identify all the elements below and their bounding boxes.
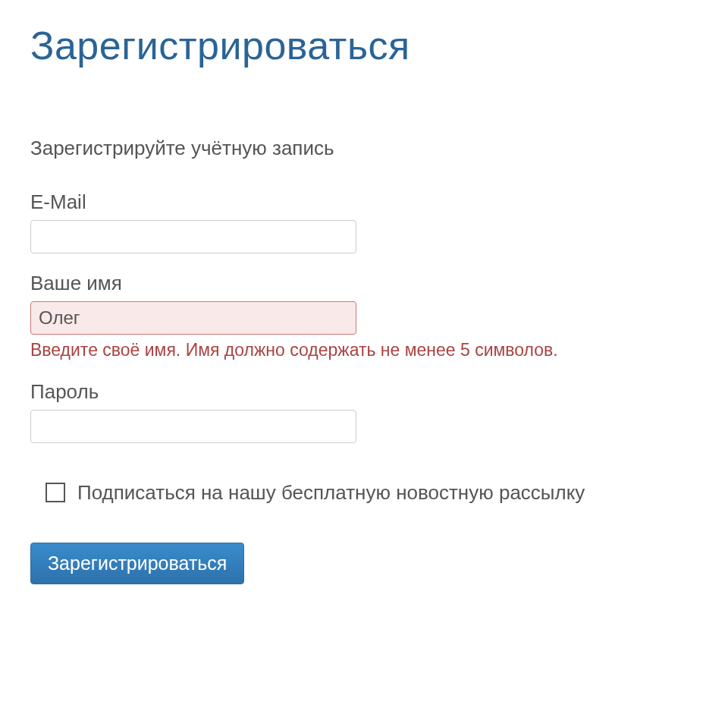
password-field[interactable] [30, 410, 356, 443]
newsletter-checkbox[interactable] [46, 483, 65, 502]
page-subtitle: Зарегистрируйте учётную запись [30, 137, 698, 160]
name-form-group: Ваше имя Введите своё имя. Имя должно со… [30, 272, 698, 362]
email-field[interactable] [30, 220, 356, 253]
page-title: Зарегистрироваться [30, 23, 698, 68]
newsletter-row: Подписаться на нашу бесплатную новостную… [46, 481, 698, 505]
name-error-message: Введите своё имя. Имя должно содержать н… [30, 339, 698, 362]
email-form-group: E-Mail [30, 190, 698, 253]
name-field[interactable] [30, 301, 356, 335]
submit-button[interactable]: Зарегистрироваться [30, 543, 244, 584]
newsletter-label: Подписаться на нашу бесплатную новостную… [77, 481, 585, 505]
email-label: E-Mail [30, 190, 698, 214]
name-label: Ваше имя [30, 272, 698, 295]
password-form-group: Пароль [30, 380, 698, 443]
password-label: Пароль [30, 380, 698, 404]
